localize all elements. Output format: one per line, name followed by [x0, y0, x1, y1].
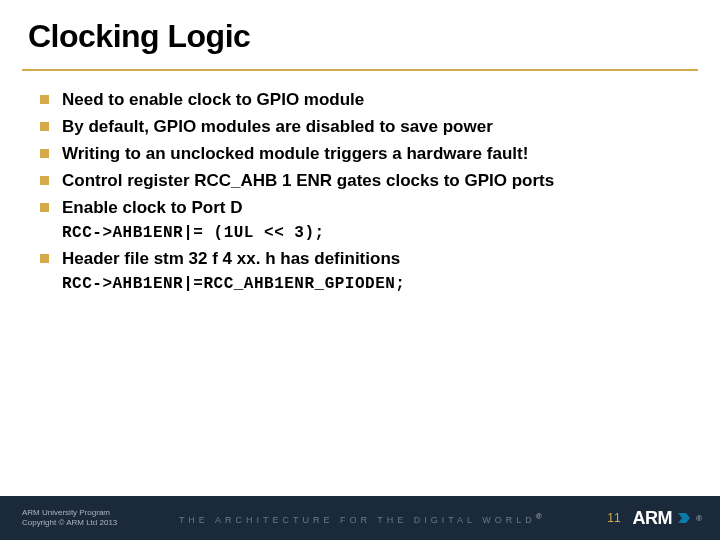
bullet-item: By default, GPIO modules are disabled to… — [40, 116, 680, 139]
bullet-list: Header file stm 32 f 4 xx. h has definit… — [40, 248, 680, 271]
page-number: 11 — [607, 511, 620, 525]
footer-bar: ARM University Program Copyright © ARM L… — [0, 496, 720, 540]
footer-tagline: THE ARCHITECTURE FOR THE DIGITAL WORLD® — [117, 512, 607, 525]
footer-credits: ARM University Program Copyright © ARM L… — [0, 508, 117, 529]
code-line: RCC->AHB1ENR|= (1UL << 3); — [62, 224, 680, 242]
slide: Clocking Logic Need to enable clock to G… — [0, 0, 720, 540]
content-area: Need to enable clock to GPIO module By d… — [0, 71, 720, 540]
logo-mark-icon — [676, 510, 692, 526]
footer-line2: Copyright © ARM Ltd 2013 — [22, 518, 117, 528]
logo-text: ARM — [633, 508, 673, 529]
arm-logo: ARM ® — [633, 508, 702, 529]
registered-mark: ® — [536, 512, 546, 521]
bullet-item: Need to enable clock to GPIO module — [40, 89, 680, 112]
bullet-item: Header file stm 32 f 4 xx. h has definit… — [40, 248, 680, 271]
footer-right: 11 ARM ® — [607, 508, 720, 529]
bullet-item: Enable clock to Port D — [40, 197, 680, 220]
tagline-text: THE ARCHITECTURE FOR THE DIGITAL WORLD — [179, 515, 536, 525]
footer-line1: ARM University Program — [22, 508, 117, 518]
registered-mark: ® — [696, 514, 702, 523]
slide-title: Clocking Logic — [28, 18, 692, 55]
bullet-item: Writing to an unclocked module triggers … — [40, 143, 680, 166]
code-line: RCC->AHB1ENR|=RCC_AHB1ENR_GPIODEN; — [62, 275, 680, 293]
title-area: Clocking Logic — [0, 0, 720, 63]
bullet-list: Need to enable clock to GPIO module By d… — [40, 89, 680, 220]
bullet-item: Control register RCC_AHB 1 ENR gates clo… — [40, 170, 680, 193]
